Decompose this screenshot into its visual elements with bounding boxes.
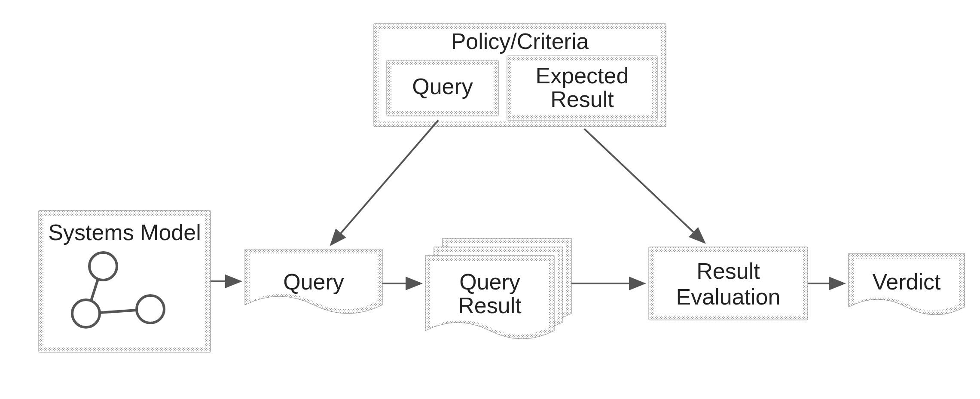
result-eval-line2: Evaluation	[676, 284, 781, 309]
verdict-doc: Verdict	[849, 253, 965, 315]
systems-model-label: Systems Model	[48, 220, 201, 245]
query-result-stack: Query Result	[425, 238, 571, 339]
result-evaluation-box: Result Evaluation	[649, 247, 808, 320]
policy-query-label: Query	[412, 74, 473, 99]
arrow-policy-query-down	[331, 120, 438, 245]
result-eval-line1: Result	[696, 259, 760, 283]
query-label: Query	[283, 269, 344, 294]
policy-title: Policy/Criteria	[451, 29, 589, 54]
query-result-line2: Result	[458, 293, 522, 318]
policy-criteria-box: Policy/Criteria Query Expected Result	[374, 24, 666, 127]
arrow-policy-expected-down	[584, 129, 705, 243]
query-doc: Query	[245, 249, 382, 314]
policy-expected-line2: Result	[550, 87, 614, 112]
flow-diagram: Policy/Criteria Query Expected Result Sy…	[0, 0, 980, 399]
systems-model-box: Systems Model	[39, 210, 211, 352]
policy-expected-line1: Expected	[536, 63, 629, 88]
query-result-line1: Query	[459, 269, 520, 294]
verdict-label: Verdict	[873, 269, 941, 294]
